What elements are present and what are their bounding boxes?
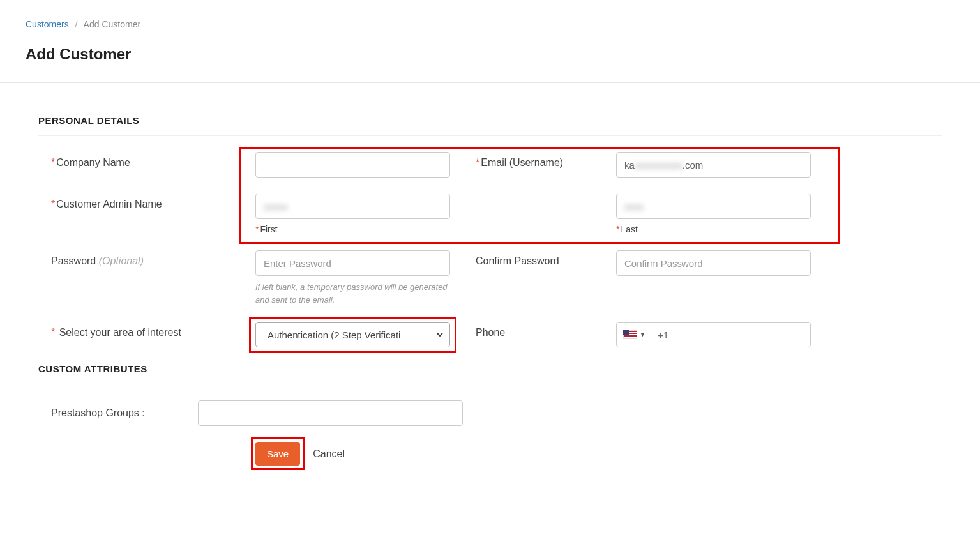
flag-us-icon [623,330,637,339]
header-divider [0,82,980,83]
phone-code: +1 [651,330,675,340]
sublabel-last: *Last [616,224,811,234]
breadcrumb-parent-link[interactable]: Customers [26,19,69,29]
section-custom-divider [38,384,942,384]
first-name-input[interactable]: xxxxx [255,194,450,219]
cancel-button[interactable]: Cancel [313,448,345,460]
breadcrumb-current: Add Customer [84,19,140,29]
phone-country-selector[interactable]: ▼ [617,330,651,339]
section-custom-title: CUSTOM ATTRIBUTES [26,363,954,374]
page-title: Add Customer [26,45,954,63]
label-company-name: *Company Name [38,152,255,169]
confirm-password-input[interactable] [616,250,811,276]
label-confirm-password: Confirm Password [450,250,616,267]
label-customer-admin: *Customer Admin Name [38,194,255,210]
breadcrumb: Customers / Add Customer [26,19,954,29]
label-password: Password (Optional) [38,250,255,267]
company-name-input[interactable] [255,152,450,178]
section-personal-divider [38,135,942,136]
email-input[interactable]: kaxxxxxxxxxx.com [616,152,811,178]
save-button[interactable]: Save [255,442,300,466]
label-phone: Phone [450,322,616,338]
password-input[interactable] [255,250,450,276]
label-area-interest: * Select your area of interest [38,322,255,338]
area-interest-select[interactable]: Authentication (2 Step Verificati [255,322,450,347]
password-hint: If left blank, a temporary password will… [255,281,450,306]
label-email: *Email (Username) [450,152,616,169]
sublabel-first: *First [255,224,450,234]
last-name-input[interactable]: xxxx [616,194,811,219]
caret-down-icon: ▼ [640,331,645,338]
prestashop-groups-input[interactable] [198,400,463,426]
section-personal-title: PERSONAL DETAILS [26,115,954,126]
label-prestashop: Prestashop Groups : [51,407,198,419]
phone-input[interactable]: ▼ +1 [616,322,811,347]
breadcrumb-separator: / [75,19,78,29]
